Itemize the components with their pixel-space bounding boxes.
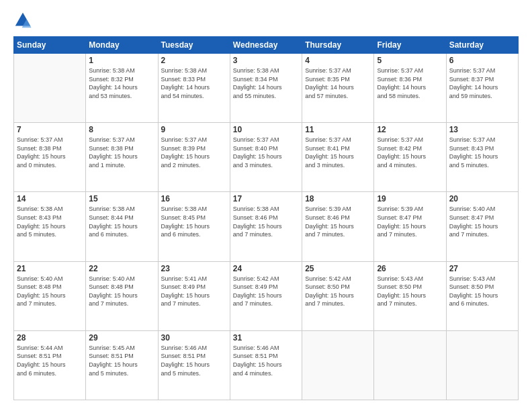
- calendar-cell: 22Sunrise: 5:40 AM Sunset: 8:48 PM Dayli…: [86, 261, 158, 330]
- col-header-sunday: Sunday: [14, 37, 86, 54]
- calendar-cell: 12Sunrise: 5:37 AM Sunset: 8:42 PM Dayli…: [374, 123, 446, 192]
- day-number: 8: [89, 125, 154, 134]
- day-info: Sunrise: 5:37 AM Sunset: 8:39 PM Dayligh…: [161, 136, 227, 169]
- day-number: 31: [233, 333, 299, 342]
- day-number: 24: [233, 264, 299, 273]
- day-info: Sunrise: 5:38 AM Sunset: 8:45 PM Dayligh…: [161, 205, 227, 238]
- calendar-cell: 16Sunrise: 5:38 AM Sunset: 8:45 PM Dayli…: [158, 192, 230, 261]
- day-info: Sunrise: 5:45 AM Sunset: 8:51 PM Dayligh…: [89, 344, 154, 377]
- calendar-cell: 28Sunrise: 5:44 AM Sunset: 8:51 PM Dayli…: [14, 330, 86, 400]
- day-info: Sunrise: 5:37 AM Sunset: 8:42 PM Dayligh…: [377, 136, 443, 169]
- calendar-cell: 4Sunrise: 5:37 AM Sunset: 8:35 PM Daylig…: [302, 54, 374, 123]
- day-number: 27: [449, 264, 515, 273]
- day-number: 10: [233, 125, 299, 134]
- day-number: 19: [377, 194, 443, 203]
- calendar-cell: 24Sunrise: 5:42 AM Sunset: 8:49 PM Dayli…: [230, 261, 302, 330]
- day-info: Sunrise: 5:40 AM Sunset: 8:47 PM Dayligh…: [449, 205, 515, 238]
- calendar-cell: 20Sunrise: 5:40 AM Sunset: 8:47 PM Dayli…: [446, 192, 518, 261]
- day-number: 3: [233, 56, 299, 65]
- day-number: 13: [449, 125, 515, 134]
- calendar-cell: [446, 330, 518, 400]
- day-info: Sunrise: 5:43 AM Sunset: 8:50 PM Dayligh…: [377, 275, 443, 308]
- header: [13, 11, 519, 30]
- day-number: 29: [89, 333, 154, 342]
- calendar-cell: 5Sunrise: 5:37 AM Sunset: 8:36 PM Daylig…: [374, 54, 446, 123]
- day-number: 23: [161, 264, 227, 273]
- day-number: 9: [161, 125, 227, 134]
- day-number: 17: [233, 194, 299, 203]
- day-info: Sunrise: 5:37 AM Sunset: 8:35 PM Dayligh…: [305, 66, 371, 100]
- day-info: Sunrise: 5:37 AM Sunset: 8:43 PM Dayligh…: [449, 136, 515, 169]
- day-info: Sunrise: 5:44 AM Sunset: 8:51 PM Dayligh…: [17, 344, 83, 377]
- calendar-cell: 15Sunrise: 5:38 AM Sunset: 8:44 PM Dayli…: [86, 192, 158, 261]
- calendar-cell: 2Sunrise: 5:38 AM Sunset: 8:33 PM Daylig…: [158, 54, 230, 123]
- day-number: 25: [305, 264, 371, 273]
- calendar-cell: 31Sunrise: 5:46 AM Sunset: 8:51 PM Dayli…: [230, 330, 302, 400]
- calendar-cell: 11Sunrise: 5:37 AM Sunset: 8:41 PM Dayli…: [302, 123, 374, 192]
- calendar-cell: 25Sunrise: 5:42 AM Sunset: 8:50 PM Dayli…: [302, 261, 374, 330]
- day-number: 2: [161, 56, 227, 65]
- day-number: 20: [449, 194, 515, 203]
- day-number: 15: [89, 194, 154, 203]
- calendar-cell: 6Sunrise: 5:37 AM Sunset: 8:37 PM Daylig…: [446, 54, 518, 123]
- col-header-thursday: Thursday: [302, 37, 374, 54]
- calendar-week-4: 21Sunrise: 5:40 AM Sunset: 8:48 PM Dayli…: [14, 261, 519, 330]
- calendar-cell: 26Sunrise: 5:43 AM Sunset: 8:50 PM Dayli…: [374, 261, 446, 330]
- day-info: Sunrise: 5:38 AM Sunset: 8:33 PM Dayligh…: [161, 66, 227, 100]
- calendar-cell: 14Sunrise: 5:38 AM Sunset: 8:43 PM Dayli…: [14, 192, 86, 261]
- col-header-friday: Friday: [374, 37, 446, 54]
- calendar-cell: 18Sunrise: 5:39 AM Sunset: 8:46 PM Dayli…: [302, 192, 374, 261]
- day-info: Sunrise: 5:39 AM Sunset: 8:47 PM Dayligh…: [377, 205, 443, 238]
- day-info: Sunrise: 5:37 AM Sunset: 8:37 PM Dayligh…: [449, 66, 515, 100]
- day-info: Sunrise: 5:46 AM Sunset: 8:51 PM Dayligh…: [233, 344, 299, 377]
- calendar-cell: 9Sunrise: 5:37 AM Sunset: 8:39 PM Daylig…: [158, 123, 230, 192]
- day-info: Sunrise: 5:40 AM Sunset: 8:48 PM Dayligh…: [89, 275, 154, 308]
- day-number: 4: [305, 56, 371, 65]
- calendar-table: SundayMondayTuesdayWednesdayThursdayFrid…: [13, 36, 519, 400]
- day-info: Sunrise: 5:42 AM Sunset: 8:49 PM Dayligh…: [233, 275, 299, 308]
- calendar-cell: 30Sunrise: 5:46 AM Sunset: 8:51 PM Dayli…: [158, 330, 230, 400]
- day-number: 11: [305, 125, 371, 134]
- day-info: Sunrise: 5:40 AM Sunset: 8:48 PM Dayligh…: [17, 275, 83, 308]
- day-info: Sunrise: 5:37 AM Sunset: 8:41 PM Dayligh…: [305, 136, 371, 169]
- calendar-cell: 1Sunrise: 5:38 AM Sunset: 8:32 PM Daylig…: [86, 54, 158, 123]
- day-number: 18: [305, 194, 371, 203]
- day-info: Sunrise: 5:37 AM Sunset: 8:40 PM Dayligh…: [233, 136, 299, 169]
- day-info: Sunrise: 5:46 AM Sunset: 8:51 PM Dayligh…: [161, 344, 227, 377]
- calendar-cell: 19Sunrise: 5:39 AM Sunset: 8:47 PM Dayli…: [374, 192, 446, 261]
- calendar-cell: 29Sunrise: 5:45 AM Sunset: 8:51 PM Dayli…: [86, 330, 158, 400]
- calendar-week-3: 14Sunrise: 5:38 AM Sunset: 8:43 PM Dayli…: [14, 192, 519, 261]
- calendar-cell: 3Sunrise: 5:38 AM Sunset: 8:34 PM Daylig…: [230, 54, 302, 123]
- day-number: 30: [161, 333, 227, 342]
- day-info: Sunrise: 5:38 AM Sunset: 8:43 PM Dayligh…: [17, 205, 83, 238]
- day-number: 26: [377, 264, 443, 273]
- day-number: 7: [17, 125, 83, 134]
- calendar-cell: 13Sunrise: 5:37 AM Sunset: 8:43 PM Dayli…: [446, 123, 518, 192]
- logo-icon: [13, 11, 32, 30]
- calendar-week-2: 7Sunrise: 5:37 AM Sunset: 8:38 PM Daylig…: [14, 123, 519, 192]
- calendar-header-row: SundayMondayTuesdayWednesdayThursdayFrid…: [14, 37, 519, 54]
- day-info: Sunrise: 5:41 AM Sunset: 8:49 PM Dayligh…: [161, 275, 227, 308]
- day-info: Sunrise: 5:38 AM Sunset: 8:44 PM Dayligh…: [89, 205, 154, 238]
- calendar-cell: 17Sunrise: 5:38 AM Sunset: 8:46 PM Dayli…: [230, 192, 302, 261]
- calendar-cell: [302, 330, 374, 400]
- calendar-cell: 10Sunrise: 5:37 AM Sunset: 8:40 PM Dayli…: [230, 123, 302, 192]
- day-number: 1: [89, 56, 154, 65]
- day-number: 16: [161, 194, 227, 203]
- col-header-monday: Monday: [86, 37, 158, 54]
- day-info: Sunrise: 5:38 AM Sunset: 8:46 PM Dayligh…: [233, 205, 299, 238]
- day-number: 5: [377, 56, 443, 65]
- day-number: 12: [377, 125, 443, 134]
- calendar-cell: 27Sunrise: 5:43 AM Sunset: 8:50 PM Dayli…: [446, 261, 518, 330]
- col-header-wednesday: Wednesday: [230, 37, 302, 54]
- calendar-week-1: 1Sunrise: 5:38 AM Sunset: 8:32 PM Daylig…: [14, 54, 519, 123]
- calendar-cell: 8Sunrise: 5:37 AM Sunset: 8:38 PM Daylig…: [86, 123, 158, 192]
- calendar-cell: [14, 54, 86, 123]
- day-info: Sunrise: 5:38 AM Sunset: 8:32 PM Dayligh…: [89, 66, 154, 100]
- col-header-tuesday: Tuesday: [158, 37, 230, 54]
- day-number: 14: [17, 194, 83, 203]
- day-info: Sunrise: 5:37 AM Sunset: 8:38 PM Dayligh…: [17, 136, 83, 169]
- day-info: Sunrise: 5:37 AM Sunset: 8:38 PM Dayligh…: [89, 136, 154, 169]
- day-number: 28: [17, 333, 83, 342]
- day-number: 6: [449, 56, 515, 65]
